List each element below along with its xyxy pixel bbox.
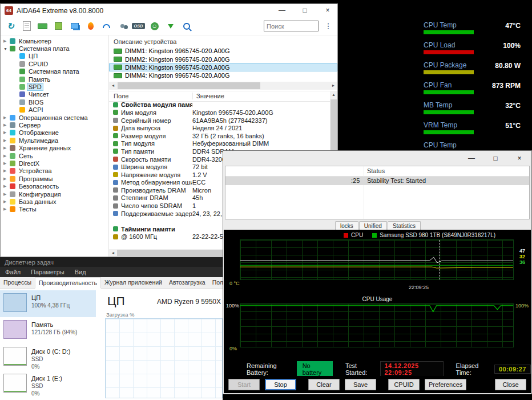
close-button[interactable]: × — [507, 151, 531, 166]
sidebar-item-memory[interactable]: Память 121/128 ГБ (94%) — [0, 317, 96, 344]
tree-item-config[interactable]: Конфигурация — [1, 190, 108, 198]
gauge-icon[interactable] — [101, 21, 112, 31]
dimm-row[interactable]: DIMM2: Kingston 9965745-020.A00G — [109, 55, 337, 63]
table-row[interactable]: Дата выпускаНеделя 24 / 2021 — [109, 124, 330, 132]
legend-label: CPU — [351, 232, 363, 238]
minimize-button[interactable]: — — [272, 4, 292, 17]
osd-button[interactable]: OSD — [133, 21, 144, 31]
tree-item-label: Конфигурация — [18, 191, 62, 198]
maximize-button[interactable]: □ — [483, 151, 507, 166]
task-manager-titlebar: Диспетчер задач — [0, 257, 223, 267]
table-row[interactable]: Серийный номер61AA9BA5h (2778442337) — [109, 117, 330, 125]
tree-item-cpu[interactable]: ЦП — [1, 53, 108, 60]
table-header: Поле Значение — [109, 91, 330, 102]
chevron-right-icon — [3, 130, 10, 135]
sensor-chip-icon[interactable] — [53, 21, 64, 31]
tree-item-bios[interactable]: BIOS — [1, 98, 108, 106]
tree-item-label: Системная плата — [27, 68, 80, 75]
tree-item-security[interactable]: Безопасность — [1, 182, 108, 190]
start-button[interactable]: Start — [228, 379, 260, 390]
tab-startup[interactable]: Автозагрузка — [166, 277, 209, 288]
dimm-row[interactable]: DIMM1: Kingston 9965745-020.A00G — [109, 47, 337, 55]
tree-item-directx[interactable]: DirectX — [1, 159, 108, 167]
sidebar-item-cpu[interactable]: ЦП 100% 4,38 ГГц — [0, 290, 96, 317]
legend-item-ssd[interactable]: Samsung SSD 980 1TB (S649NJ0R316217L) — [372, 232, 495, 238]
status-list: Status :25 Stability Test: Started — [225, 166, 530, 219]
tree-item-chipset[interactable]: Чипсет — [1, 91, 108, 98]
horizontal-scrollbar[interactable]: ◄ ► — [109, 82, 337, 90]
close-button[interactable]: × — [318, 4, 337, 17]
tree-item-programs[interactable]: Программы — [1, 175, 108, 182]
sidebar-item-disk0[interactable]: Диск 0 (C: D:) SSD 0% — [0, 344, 96, 371]
stop-button[interactable]: Stop — [265, 379, 296, 390]
menu-options[interactable]: Параметры — [26, 269, 70, 275]
scroll-left-icon[interactable]: ◄ — [109, 249, 117, 257]
maximize-button[interactable]: □ — [295, 4, 315, 17]
tree-item-computer[interactable]: Компьютер — [1, 37, 108, 45]
benchmark-flame-icon[interactable] — [85, 21, 96, 31]
overflow-menu-icon[interactable]: ⋮ — [324, 22, 333, 30]
tree-item-database[interactable]: База данных — [1, 198, 108, 205]
field-name: Число чипов SDRAM — [121, 202, 182, 209]
save-button[interactable]: Save — [345, 379, 376, 390]
report-icon[interactable] — [21, 21, 32, 31]
tree-item-memory[interactable]: Память — [1, 75, 108, 83]
y-axis-zero-label: 0 °C — [229, 281, 240, 286]
preferences-button[interactable]: Preferences — [425, 379, 466, 390]
tree-item-storage[interactable]: Хранение данных — [1, 144, 108, 151]
tree-item-devices[interactable]: Устройства — [1, 167, 108, 175]
chevron-right-icon — [3, 207, 10, 211]
dimm-row-selected[interactable]: DIMM3: Kingston 9965745-020.A00G — [109, 63, 337, 71]
tree-item-motherboard[interactable]: Системная плата — [1, 45, 108, 52]
tree-item-benchmarks[interactable]: Тесты — [1, 206, 108, 213]
tree-item-server[interactable]: Сервер — [1, 121, 108, 129]
close-test-button[interactable]: Close — [495, 379, 526, 390]
tab-performance[interactable]: Производительность — [35, 277, 101, 289]
tab-processes[interactable]: Процессы — [0, 277, 35, 288]
section-row[interactable]: Свойства модуля памяти — [109, 101, 330, 109]
scroll-left-icon[interactable]: ◄ — [109, 82, 117, 90]
clear-button[interactable]: Clear — [308, 379, 340, 390]
tree-item-display[interactable]: Отображение — [1, 129, 108, 137]
legend-item-cpu[interactable]: CPU — [344, 232, 363, 238]
minimize-button[interactable]: — — [460, 151, 483, 166]
tree-item-multimedia[interactable]: Мультимедиа — [1, 137, 108, 144]
tab-clocks[interactable]: locks — [335, 221, 358, 230]
sidebar-item-disk1[interactable]: Диск 1 (E:) SSD 0% — [0, 371, 96, 398]
menu-view[interactable]: Вид — [70, 269, 91, 275]
tree-item-cpuid[interactable]: CPUID — [1, 60, 108, 67]
cpuid-button[interactable]: CPUID — [388, 379, 420, 390]
tree-item-os[interactable]: Операционная система — [1, 114, 108, 121]
sensor-bar-fill — [424, 130, 474, 134]
table-row[interactable]: Тип модуляНебуферизованный DIMM — [109, 140, 330, 148]
table-row[interactable]: Размер модуля32 ГБ (2 ranks, 16 banks) — [109, 132, 330, 140]
tree-item-spd[interactable]: SPD — [1, 83, 108, 90]
refresh-icon[interactable] — [5, 21, 16, 31]
dimm-row[interactable]: DIMM4: Kingston 9965745-020.A00G — [109, 71, 337, 79]
update-download-icon[interactable] — [165, 21, 176, 31]
search-input[interactable] — [264, 21, 319, 31]
monitors-icon[interactable] — [69, 21, 80, 31]
sensor-bar — [424, 30, 474, 34]
search-icon[interactable] — [181, 21, 192, 31]
users-icon[interactable] — [117, 21, 128, 31]
memory-module-icon[interactable] — [37, 21, 48, 31]
test-status-bar: Remaining Battery: No battery Test Start… — [224, 362, 531, 376]
tab-users[interactable]: Пользователи — [209, 277, 223, 288]
tab-app-history[interactable]: Журнал приложений — [101, 277, 166, 288]
smiley-icon[interactable] — [149, 21, 160, 31]
tab-unified[interactable]: Unified — [359, 221, 387, 230]
status-row-selected[interactable]: :25 Stability Test: Started — [225, 177, 529, 185]
sensor-bar-fill — [424, 110, 474, 114]
table-row[interactable]: Имя модуляKingston 9965745-020.A00G — [109, 109, 330, 117]
scroll-up-icon[interactable]: ▲ — [330, 91, 338, 99]
tree-item-network[interactable]: Сеть — [1, 152, 108, 159]
time-cursor — [439, 240, 440, 279]
menu-file[interactable]: Файл — [0, 269, 26, 275]
scrollbar-thumb[interactable] — [118, 82, 260, 89]
tree-item-systemboard[interactable]: Системная плата — [1, 68, 108, 75]
tree-item-acpi[interactable]: ACPI — [1, 106, 108, 114]
scroll-right-icon[interactable]: ► — [329, 82, 337, 90]
tab-statistics[interactable]: Statistics — [388, 221, 421, 230]
column-divider — [364, 166, 364, 219]
